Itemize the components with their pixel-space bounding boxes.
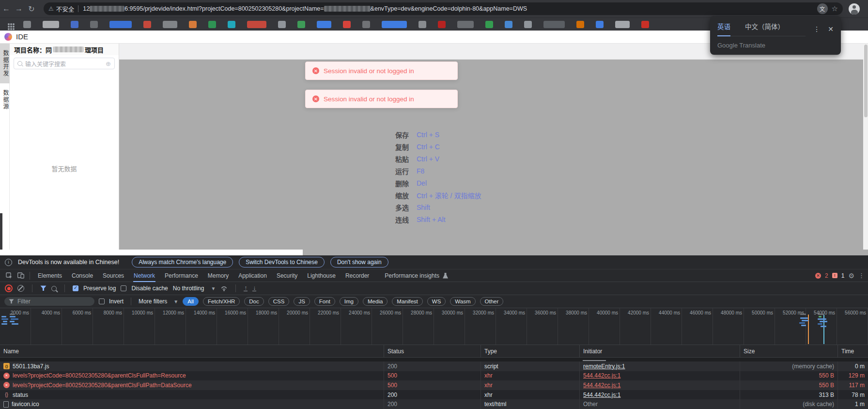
redacted-bookmark[interactable] bbox=[641, 21, 649, 28]
console-error-icon[interactable]: ✕ bbox=[815, 273, 821, 279]
devtools-tab[interactable]: Sources bbox=[98, 270, 129, 282]
devtools-tab[interactable]: Console bbox=[67, 270, 98, 282]
request-initiator[interactable]: Other bbox=[583, 401, 598, 408]
url-text[interactable]: 126:9595/prjdevide/index.html?projectCod… bbox=[83, 5, 817, 12]
redacted-bookmark[interactable] bbox=[576, 21, 584, 28]
throttling-select[interactable]: No throttling bbox=[173, 285, 204, 292]
notice-action-button[interactable]: Switch DevTools to Chinese bbox=[239, 257, 325, 267]
security-label[interactable]: 不安全 bbox=[56, 4, 75, 14]
request-type-filter[interactable]: Img bbox=[340, 297, 358, 306]
devtools-tab[interactable]: Performance bbox=[160, 270, 203, 282]
redacted-bookmark[interactable] bbox=[23, 21, 31, 28]
request-type-filter[interactable]: Font bbox=[314, 297, 335, 306]
request-row[interactable]: favicon.ico 200 text/html Other (disk ca… bbox=[0, 399, 868, 409]
import-har-icon[interactable]: ↑ bbox=[244, 285, 248, 291]
notice-action-button[interactable]: Don't show again bbox=[330, 257, 388, 267]
redacted-bookmark[interactable] bbox=[418, 21, 426, 28]
translate-icon[interactable]: 文 bbox=[817, 3, 828, 14]
redacted-bookmark[interactable] bbox=[247, 21, 266, 28]
request-initiator[interactable]: 544.442cc.js:1 bbox=[583, 382, 620, 389]
preserve-log-label[interactable]: Preserve log bbox=[83, 285, 116, 292]
page-scrollbar-thumb[interactable] bbox=[864, 45, 868, 117]
redacted-bookmark[interactable] bbox=[43, 21, 59, 28]
request-initiator[interactable]: 544.442cc.js:1 bbox=[583, 392, 620, 398]
network-conditions-icon[interactable] bbox=[220, 285, 228, 292]
bookmark-star-icon[interactable]: ☆ bbox=[832, 4, 838, 13]
redacted-bookmark[interactable] bbox=[143, 21, 151, 28]
request-initiator[interactable]: 544.442cc.js:1 bbox=[583, 372, 620, 379]
request-row[interactable]: 5501.13ba7.js 200 script remoteEntry.js:… bbox=[0, 362, 868, 371]
network-overview-timeline[interactable]: 2000 ms4000 ms6000 ms8000 ms10000 ms1200… bbox=[0, 308, 868, 345]
export-har-icon[interactable]: ↓ bbox=[252, 285, 256, 291]
request-type-filter[interactable]: Fetch/XHR bbox=[203, 297, 240, 306]
network-search-icon[interactable] bbox=[51, 286, 57, 291]
redacted-bookmark[interactable] bbox=[343, 21, 351, 28]
settings-gear-icon[interactable]: ⚙ bbox=[848, 272, 854, 280]
redacted-bookmark[interactable] bbox=[457, 21, 474, 28]
devtools-tab[interactable]: Memory bbox=[203, 270, 233, 282]
search-input[interactable]: 输入关键字搜索 ⊕ bbox=[14, 58, 115, 69]
redacted-bookmark[interactable] bbox=[297, 21, 305, 28]
preserve-log-checkbox[interactable] bbox=[73, 285, 78, 291]
redacted-bookmark[interactable] bbox=[109, 21, 132, 28]
issues-icon[interactable]: ! bbox=[832, 273, 837, 278]
disable-cache-checkbox[interactable] bbox=[121, 285, 126, 291]
redacted-bookmark[interactable] bbox=[189, 21, 197, 28]
filter-input[interactable]: Filter bbox=[4, 297, 94, 306]
redacted-bookmark[interactable] bbox=[90, 21, 98, 28]
reload-icon[interactable]: ↻ bbox=[25, 4, 38, 14]
redacted-bookmark[interactable] bbox=[524, 21, 532, 28]
request-type-filter[interactable]: All bbox=[183, 297, 199, 306]
panel-drag-handle[interactable] bbox=[0, 213, 2, 255]
request-type-filter[interactable]: Other bbox=[480, 297, 504, 306]
devtools-tab[interactable]: Recorder bbox=[341, 270, 374, 282]
vertical-tab[interactable]: 数据源 bbox=[0, 83, 10, 116]
request-type-filter[interactable]: Doc bbox=[244, 297, 264, 306]
devtools-tab[interactable]: Application bbox=[233, 270, 272, 282]
translate-options-icon[interactable]: ⋮ bbox=[813, 25, 820, 33]
disable-cache-label[interactable]: Disable cache bbox=[131, 285, 168, 292]
clear-icon[interactable] bbox=[17, 285, 24, 292]
column-header[interactable]: Status bbox=[384, 345, 480, 357]
request-type-filter[interactable]: WS bbox=[427, 297, 446, 306]
request-type-filter[interactable]: JS bbox=[294, 297, 310, 306]
locate-icon[interactable]: ⊕ bbox=[106, 60, 111, 67]
redacted-bookmark[interactable] bbox=[278, 21, 286, 28]
redacted-bookmark[interactable] bbox=[382, 21, 407, 28]
profile-avatar[interactable] bbox=[849, 3, 860, 15]
back-icon[interactable]: ← bbox=[0, 4, 13, 13]
request-type-filter[interactable]: Wasm bbox=[450, 297, 475, 306]
redacted-bookmark[interactable] bbox=[543, 21, 565, 28]
redacted-bookmark[interactable] bbox=[317, 21, 331, 28]
devtools-tab[interactable]: Security bbox=[272, 270, 302, 282]
invert-checkbox[interactable] bbox=[99, 299, 105, 304]
redacted-bookmark[interactable] bbox=[163, 21, 177, 28]
redacted-bookmark[interactable] bbox=[485, 21, 493, 28]
issues-count[interactable]: 1 bbox=[841, 272, 845, 279]
devtools-tab[interactable]: Network bbox=[129, 270, 160, 282]
page-scrollbar[interactable] bbox=[863, 44, 868, 250]
redacted-bookmark[interactable] bbox=[596, 21, 604, 28]
redacted-bookmark[interactable] bbox=[71, 21, 78, 28]
redacted-bookmark[interactable] bbox=[505, 21, 512, 28]
request-type-filter[interactable]: Manifest bbox=[392, 297, 422, 306]
devtools-menu-icon[interactable]: ⋮ bbox=[858, 272, 865, 279]
column-header[interactable]: Size bbox=[740, 345, 837, 357]
request-type-filter[interactable]: CSS bbox=[268, 297, 290, 306]
request-initiator[interactable]: remoteEntry.js:1 bbox=[583, 363, 625, 370]
column-header[interactable]: Name bbox=[0, 345, 384, 357]
record-icon[interactable] bbox=[5, 284, 13, 292]
column-header[interactable]: Type bbox=[480, 345, 579, 357]
inspect-element-icon[interactable] bbox=[6, 272, 13, 279]
redacted-bookmark[interactable] bbox=[615, 21, 630, 28]
error-count[interactable]: 2 bbox=[825, 272, 828, 279]
notice-action-button[interactable]: Always match Chrome's language bbox=[132, 257, 233, 267]
redacted-bookmark[interactable] bbox=[208, 21, 216, 28]
vertical-tab[interactable]: 数据开发 bbox=[0, 44, 10, 83]
more-filters-button[interactable]: More filters bbox=[139, 298, 167, 305]
apps-grid-icon[interactable] bbox=[8, 23, 10, 25]
ide-canvas[interactable] bbox=[119, 44, 868, 255]
redacted-bookmark[interactable] bbox=[362, 21, 370, 28]
request-row[interactable]: levels?projectCode=8002502305280&parentC… bbox=[0, 371, 868, 381]
redacted-bookmark[interactable] bbox=[438, 21, 446, 28]
